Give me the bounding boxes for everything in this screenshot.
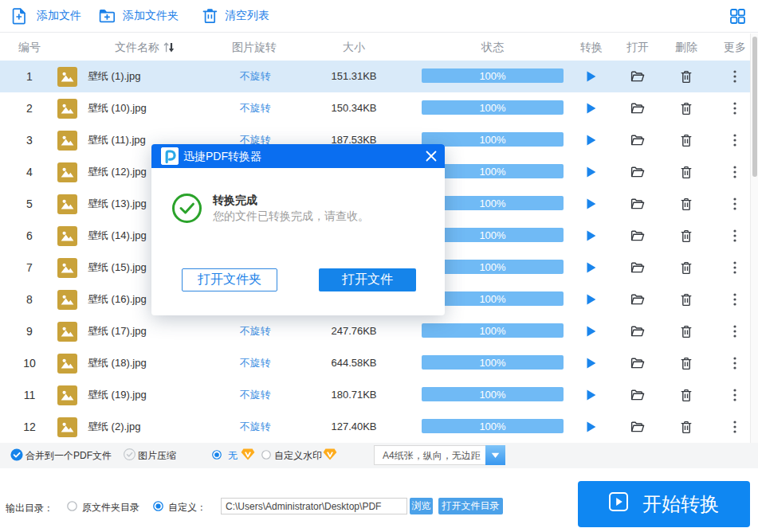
open-folder-dialog-button[interactable]: 打开文件夹 bbox=[182, 268, 277, 291]
more-options-button[interactable] bbox=[721, 92, 748, 124]
vip-icon bbox=[323, 448, 337, 463]
scrollbar-thumb[interactable] bbox=[752, 37, 757, 177]
more-options-button[interactable] bbox=[721, 252, 748, 284]
watermark-custom-radio[interactable]: 自定义水印 bbox=[261, 443, 337, 468]
table-row[interactable]: 2 壁纸 (10).jpg 不旋转 150.34KB 100% bbox=[0, 92, 750, 124]
open-folder-button[interactable] bbox=[624, 124, 651, 156]
merge-pdf-checkbox[interactable]: 合并到一个PDF文件 bbox=[10, 443, 112, 468]
open-file-dir-button[interactable]: 打开文件目录 bbox=[438, 498, 503, 514]
more-options-button[interactable] bbox=[721, 284, 748, 315]
layout-grid-button[interactable] bbox=[730, 9, 745, 24]
table-row[interactable]: 12 壁纸 (2).jpg 不旋转 127.40KB 100% bbox=[0, 411, 750, 443]
table-row[interactable]: 10 壁纸 (18).jpg 不旋转 644.58KB 100% bbox=[0, 347, 750, 379]
open-folder-button[interactable] bbox=[624, 220, 651, 252]
convert-play-button[interactable] bbox=[578, 411, 605, 443]
delete-button[interactable] bbox=[673, 284, 700, 315]
watermark-custom-label: 自定义水印 bbox=[274, 449, 322, 463]
rotation-setting[interactable]: 不旋转 bbox=[215, 315, 295, 347]
convert-play-button[interactable] bbox=[578, 284, 605, 315]
browse-button[interactable]: 浏览 bbox=[410, 498, 433, 514]
convert-play-button[interactable] bbox=[578, 347, 605, 379]
sort-icon[interactable] bbox=[163, 41, 175, 53]
dialog-close-button[interactable] bbox=[425, 150, 438, 162]
dialog-titlebar[interactable]: 迅捷PDF转换器 bbox=[151, 144, 445, 168]
rotation-setting[interactable]: 不旋转 bbox=[215, 347, 295, 379]
convert-play-button[interactable] bbox=[578, 124, 605, 156]
image-compress-checkbox[interactable]: 图片压缩 bbox=[124, 443, 176, 468]
rotation-setting[interactable]: 不旋转 bbox=[215, 92, 295, 124]
row-number: 6 bbox=[0, 220, 59, 252]
convert-play-button[interactable] bbox=[578, 61, 605, 92]
convert-play-button[interactable] bbox=[578, 220, 605, 252]
open-folder-button[interactable] bbox=[624, 315, 651, 347]
output-path-input[interactable] bbox=[221, 498, 407, 514]
open-folder-button[interactable] bbox=[624, 61, 651, 92]
add-file-button[interactable]: 添加文件 bbox=[12, 0, 81, 32]
more-options-button[interactable] bbox=[721, 347, 748, 379]
dialog-title: 迅捷PDF转换器 bbox=[183, 144, 261, 168]
paper-setting-select[interactable]: A4纸张，纵向，无边距 bbox=[374, 445, 505, 465]
more-options-button[interactable] bbox=[721, 61, 748, 92]
output-custom-radio[interactable]: 自定义： bbox=[153, 495, 206, 520]
clear-list-button[interactable]: 清空列表 bbox=[202, 0, 269, 32]
play-icon bbox=[587, 389, 596, 401]
open-folder-button[interactable] bbox=[624, 379, 651, 411]
rotation-setting[interactable]: 不旋转 bbox=[215, 411, 295, 443]
table-row[interactable]: 1 壁纸 (1).jpg 不旋转 151.31KB 100% bbox=[0, 61, 750, 92]
progress-bar: 100% bbox=[422, 323, 564, 338]
scrollbar-track[interactable] bbox=[750, 33, 758, 443]
rotation-setting[interactable]: 不旋转 bbox=[215, 61, 295, 92]
open-file-dialog-button[interactable]: 打开文件 bbox=[319, 268, 416, 291]
more-options-button[interactable] bbox=[721, 156, 748, 188]
delete-button[interactable] bbox=[673, 220, 700, 252]
convert-play-button[interactable] bbox=[578, 188, 605, 220]
output-origin-radio[interactable]: 原文件夹目录 bbox=[67, 495, 139, 520]
progress-bar: 100% bbox=[422, 419, 564, 433]
convert-play-button[interactable] bbox=[578, 92, 605, 124]
paper-setting-dropdown-button[interactable] bbox=[485, 445, 505, 465]
folder-open-icon bbox=[630, 166, 645, 178]
open-folder-button[interactable] bbox=[624, 92, 651, 124]
trash-icon bbox=[680, 102, 693, 115]
rotation-setting[interactable]: 不旋转 bbox=[215, 379, 295, 411]
open-folder-button[interactable] bbox=[624, 284, 651, 315]
more-options-button[interactable] bbox=[721, 124, 748, 156]
convert-play-button[interactable] bbox=[578, 252, 605, 284]
delete-button[interactable] bbox=[673, 347, 700, 379]
open-folder-button[interactable] bbox=[624, 411, 651, 443]
open-folder-button[interactable] bbox=[624, 252, 651, 284]
image-file-icon bbox=[57, 322, 77, 342]
delete-button[interactable] bbox=[673, 411, 700, 443]
more-options-button[interactable] bbox=[721, 220, 748, 252]
open-folder-button[interactable] bbox=[624, 156, 651, 188]
delete-button[interactable] bbox=[673, 379, 700, 411]
more-options-button[interactable] bbox=[721, 411, 748, 443]
watermark-none-radio[interactable]: 无 bbox=[212, 443, 255, 468]
delete-button[interactable] bbox=[673, 315, 700, 347]
more-options-button[interactable] bbox=[721, 188, 748, 220]
table-row[interactable]: 11 壁纸 (19).jpg 不旋转 180.71KB 100% bbox=[0, 379, 750, 411]
delete-button[interactable] bbox=[673, 252, 700, 284]
delete-button[interactable] bbox=[673, 61, 700, 92]
more-options-button[interactable] bbox=[721, 315, 748, 347]
success-check-icon bbox=[172, 194, 202, 223]
trash-icon bbox=[680, 389, 693, 402]
more-options-button[interactable] bbox=[721, 379, 748, 411]
image-compress-label: 图片压缩 bbox=[138, 449, 176, 463]
start-convert-button[interactable]: 开始转换 bbox=[578, 481, 750, 527]
open-folder-button[interactable] bbox=[624, 347, 651, 379]
folder-open-icon bbox=[630, 293, 645, 306]
convert-play-button[interactable] bbox=[578, 379, 605, 411]
image-file-icon bbox=[57, 290, 77, 310]
delete-button[interactable] bbox=[673, 124, 700, 156]
delete-button[interactable] bbox=[673, 188, 700, 220]
delete-button[interactable] bbox=[673, 92, 700, 124]
convert-play-button[interactable] bbox=[578, 156, 605, 188]
play-icon bbox=[587, 71, 596, 82]
convert-play-button[interactable] bbox=[578, 315, 605, 347]
delete-button[interactable] bbox=[673, 156, 700, 188]
table-row[interactable]: 9 壁纸 (17).jpg 不旋转 247.76KB 100% bbox=[0, 315, 750, 347]
open-folder-button[interactable] bbox=[624, 188, 651, 220]
clear-list-icon bbox=[202, 8, 218, 24]
add-folder-button[interactable]: 添加文件夹 bbox=[99, 0, 179, 32]
